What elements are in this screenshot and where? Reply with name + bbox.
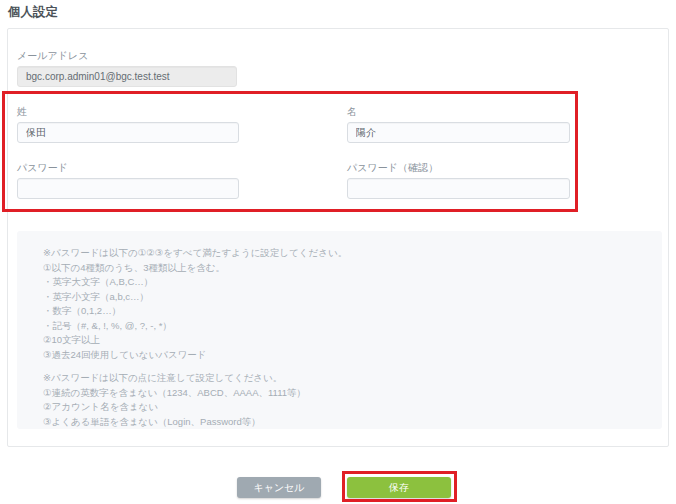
last-name-input[interactable] <box>17 122 239 143</box>
password-confirm-label: パスワード（確認） <box>347 161 438 175</box>
settings-card: メールアドレス 姓 名 パスワード パスワード（確認） ※パスワードは以下の①②… <box>7 28 669 447</box>
password-label: パスワード <box>17 161 68 175</box>
email-input <box>17 66 237 87</box>
password-rule-line: ③よくある単語を含まない（Login、Password等） <box>43 415 652 430</box>
password-rule-line: ・英字大文字（A,B,C…） <box>43 275 652 290</box>
personal-settings-page: 個人設定 メールアドレス 姓 名 パスワード パスワード（確認） ※パスワードは… <box>0 0 676 504</box>
last-name-label: 姓 <box>17 105 27 119</box>
password-rule-line: ※パスワードは以下の①②③をすべて満たすように設定してください。 <box>43 246 652 261</box>
save-button[interactable]: 保存 <box>347 477 451 498</box>
cancel-button[interactable]: キャンセル <box>237 477 321 498</box>
password-rule-line: ①以下の4種類のうち、3種類以上を含む。 <box>43 261 652 276</box>
password-rule-line: ③過去24回使用していないパスワード <box>43 348 652 363</box>
password-input[interactable] <box>17 178 239 199</box>
password-rule-line: ※パスワードは以下の点に注意して設定してください。 <box>43 371 652 386</box>
password-rule-spacer <box>43 362 652 371</box>
password-rule-line: ②アカウント名を含まない <box>43 400 652 415</box>
password-rule-line: ・記号（#, &, !, %, @, ?, -, *） <box>43 319 652 334</box>
password-confirm-input[interactable] <box>347 178 570 199</box>
first-name-input[interactable] <box>347 122 570 143</box>
password-rule-line: ・英字小文字（a,b,c…） <box>43 290 652 305</box>
password-rule-line: ・数字（0,1,2…） <box>43 304 652 319</box>
password-rules-box: ※パスワードは以下の①②③をすべて満たすように設定してください。 ①以下の4種類… <box>17 231 662 429</box>
email-label: メールアドレス <box>17 49 88 63</box>
password-rule-line: ②10文字以上 <box>43 333 652 348</box>
password-rule-line: ①連続の英数字を含まない（1234、ABCD、AAAA、1111等） <box>43 386 652 401</box>
first-name-label: 名 <box>347 105 357 119</box>
page-title: 個人設定 <box>8 4 58 21</box>
